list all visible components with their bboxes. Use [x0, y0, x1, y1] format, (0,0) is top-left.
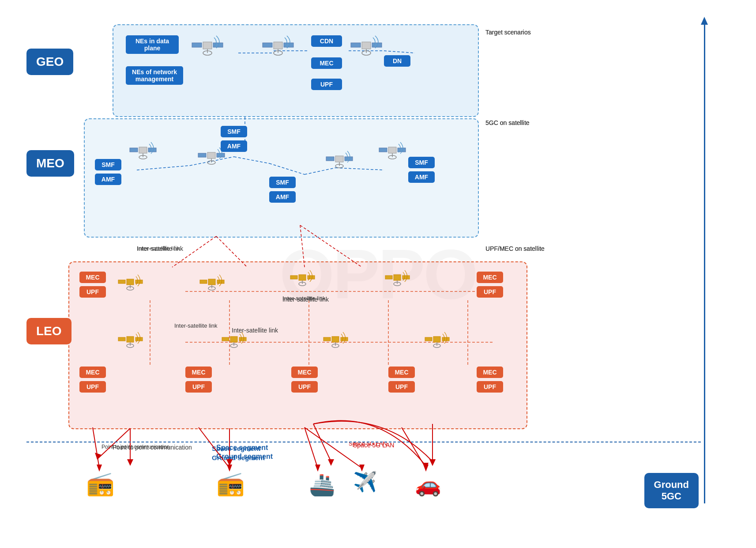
- svg-rect-103: [239, 337, 246, 341]
- meo-sat-4: [377, 140, 408, 171]
- amf-meo-left: AMF: [95, 174, 121, 185]
- svg-rect-83: [217, 280, 224, 283]
- ship-icon: 🚢: [309, 472, 335, 497]
- svg-rect-42: [192, 43, 202, 47]
- svg-rect-73: [398, 148, 406, 152]
- svg-marker-33: [127, 459, 133, 466]
- svg-marker-31: [95, 453, 102, 459]
- mec-leo-5: MEC: [291, 367, 318, 378]
- amf-meo-center: AMF: [269, 191, 296, 203]
- svg-marker-124: [423, 463, 429, 469]
- inter-sat-link-text-3: Inter-satellite link: [174, 322, 218, 329]
- mec-geo-box: MEC: [311, 57, 342, 69]
- svg-rect-106: [332, 336, 339, 342]
- svg-rect-86: [299, 275, 306, 280]
- geo-sat-3: [349, 33, 384, 68]
- vertical-axis: [704, 22, 705, 503]
- svg-rect-56: [139, 147, 147, 153]
- svg-rect-87: [290, 276, 297, 279]
- car-icon: 🚗: [415, 472, 441, 497]
- upf-leo-2: UPF: [477, 286, 503, 298]
- mec-leo-2: MEC: [477, 272, 503, 283]
- space-segment-label: Space segment: [216, 444, 268, 452]
- svg-rect-82: [200, 280, 207, 283]
- svg-rect-43: [213, 43, 223, 47]
- svg-rect-92: [385, 276, 392, 279]
- svg-rect-67: [326, 157, 334, 161]
- svg-rect-48: [284, 43, 293, 47]
- svg-rect-108: [341, 337, 348, 341]
- meo-sat-1: [128, 140, 159, 171]
- svg-line-116: [93, 427, 99, 468]
- svg-rect-91: [394, 275, 401, 280]
- inter-satellite-link-2: Inter-satellite link: [232, 327, 278, 334]
- upf-leo-5: UPF: [291, 381, 318, 393]
- svg-rect-98: [135, 337, 143, 341]
- mec-leo-7: MEC: [477, 367, 503, 378]
- svg-marker-40: [429, 459, 436, 466]
- plane-icon: ✈️: [353, 470, 377, 493]
- 5gc-on-satellite-label: 5GC on satellite: [485, 119, 530, 126]
- walkie-talkie-2: 📻: [216, 470, 245, 497]
- upf-leo-6: UPF: [388, 381, 415, 393]
- svg-rect-66: [335, 156, 343, 162]
- leo-sat-4: [384, 269, 413, 298]
- svg-line-120: [305, 427, 318, 468]
- upf-leo-3: UPF: [79, 381, 106, 393]
- svg-rect-76: [127, 279, 134, 285]
- svg-rect-102: [222, 337, 229, 341]
- svg-rect-51: [362, 42, 371, 49]
- mec-leo-4: MEC: [185, 367, 212, 378]
- upf-geo-box: UPF: [311, 79, 342, 90]
- ground-segment-label: Ground segment: [216, 453, 273, 461]
- svg-rect-97: [118, 337, 125, 341]
- svg-rect-62: [198, 153, 206, 157]
- svg-marker-121: [315, 465, 320, 472]
- svg-marker-37: [328, 459, 334, 466]
- upf-mec-on-satellite-label: UPF/MEC on satellite: [485, 245, 545, 252]
- leo-sat-7: [322, 331, 351, 359]
- dn-box: DN: [384, 55, 410, 67]
- smf-meo-top-c: SMF: [221, 126, 247, 137]
- svg-rect-61: [207, 152, 215, 159]
- leo-sat-5: [117, 331, 146, 359]
- smf-meo-center: SMF: [269, 177, 296, 188]
- smf-meo-right: SMF: [408, 157, 435, 168]
- upf-leo-1: UPF: [79, 286, 106, 298]
- leo-sat-3: [289, 269, 318, 298]
- svg-rect-52: [351, 43, 361, 47]
- svg-line-36: [313, 424, 331, 461]
- amf-meo-right: AMF: [408, 171, 435, 183]
- svg-marker-126: [423, 465, 429, 472]
- svg-marker-38: [429, 459, 436, 466]
- meo-sat-3: [324, 149, 355, 180]
- target-scenarios-label: Target scenarios: [485, 29, 531, 36]
- point-to-point-label: Point to point communication: [113, 444, 192, 451]
- zone-ground5gc-label: Ground5GC: [644, 473, 699, 508]
- svg-rect-68: [345, 157, 353, 161]
- zone-meo-label: MEO: [26, 150, 74, 177]
- svg-rect-101: [230, 336, 237, 342]
- leo-sat-1: [117, 274, 146, 302]
- svg-rect-107: [323, 337, 331, 341]
- svg-rect-53: [372, 43, 382, 47]
- space-5g-lan-label: Space 5G LAN: [353, 442, 394, 449]
- geo-sat-1: [190, 33, 225, 68]
- svg-rect-96: [127, 336, 134, 342]
- zone-leo-label: LEO: [26, 318, 71, 344]
- svg-rect-88: [308, 276, 315, 279]
- ne-network-mgmt: NEs of networkmanagement: [126, 66, 183, 85]
- smf-meo-left: SMF: [95, 159, 121, 170]
- mec-leo-1: MEC: [79, 272, 106, 283]
- svg-rect-113: [442, 337, 449, 341]
- svg-rect-78: [135, 280, 143, 283]
- mec-leo-3: MEC: [79, 367, 106, 378]
- zone-geo-label: GEO: [26, 49, 73, 75]
- leo-sat-2: [199, 274, 227, 302]
- svg-rect-47: [263, 43, 272, 47]
- svg-rect-77: [118, 280, 125, 283]
- upf-leo-4: UPF: [185, 381, 212, 393]
- mec-leo-6: MEC: [388, 367, 415, 378]
- diagram-container: OPPO: [0, 0, 756, 548]
- inter-satellite-link-1: Inter-satellite link: [137, 245, 183, 252]
